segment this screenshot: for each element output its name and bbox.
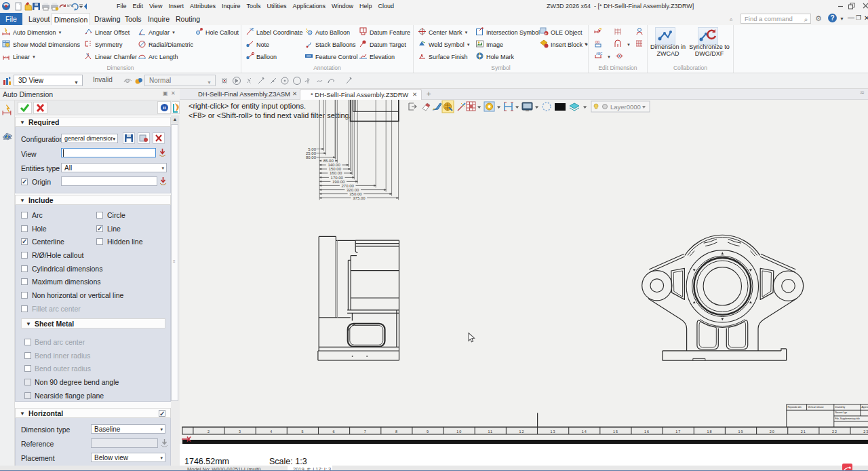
svg-text:375.00: 375.00 — [353, 196, 366, 200]
svg-text:11: 11 — [488, 430, 493, 434]
svg-text:Layer0000: Layer0000 — [610, 103, 641, 111]
svg-text:Vertical release: Vertical release — [808, 406, 824, 409]
svg-text:160.00: 160.00 — [330, 171, 342, 175]
svg-text:File, Supplementary title: File, Supplementary title — [835, 417, 860, 420]
svg-text:19: 19 — [738, 430, 744, 434]
svg-text:9: 9 — [427, 430, 429, 434]
svg-text:18: 18 — [707, 430, 712, 434]
svg-text:Nouent Lge: Nouent Lge — [835, 411, 848, 414]
svg-text:2: 2 — [208, 430, 210, 434]
svg-text:16: 16 — [644, 430, 650, 434]
svg-text:5.00: 5.00 — [308, 147, 316, 151]
svg-text:80.00: 80.00 — [306, 155, 317, 159]
svg-text:5: 5 — [301, 430, 304, 434]
svg-text:e: e — [545, 31, 547, 35]
svg-text:12: 12 — [519, 430, 525, 434]
svg-text:14: 14 — [582, 430, 587, 434]
svg-text:3: 3 — [309, 31, 311, 35]
svg-text:ABC: ABC — [596, 52, 603, 56]
svg-text:8: 8 — [395, 430, 398, 434]
svg-text:4: 4 — [270, 430, 273, 434]
svg-text:270.00: 270.00 — [342, 184, 355, 188]
svg-text:YZ: YZ — [250, 27, 254, 31]
svg-text:Drated by: Drated by — [835, 406, 846, 409]
svg-text:13: 13 — [551, 430, 556, 434]
svg-text:Approve: Approve — [862, 406, 868, 409]
svg-text:00: 00 — [595, 40, 599, 44]
svg-text:J: J — [6, 134, 8, 138]
svg-text:23: 23 — [863, 430, 868, 434]
svg-text:15: 15 — [613, 430, 618, 434]
svg-text:3: 3 — [239, 430, 241, 434]
svg-text:Reposide det.: Reposide det. — [788, 406, 802, 409]
svg-text:6: 6 — [333, 430, 336, 434]
svg-text:22: 22 — [832, 430, 837, 434]
svg-text:21: 21 — [801, 430, 806, 434]
svg-text:10: 10 — [456, 430, 462, 434]
svg-text:20: 20 — [770, 430, 775, 434]
svg-text:17: 17 — [675, 430, 681, 434]
svg-text:7: 7 — [364, 430, 367, 434]
svg-text:85.00: 85.00 — [323, 159, 334, 163]
